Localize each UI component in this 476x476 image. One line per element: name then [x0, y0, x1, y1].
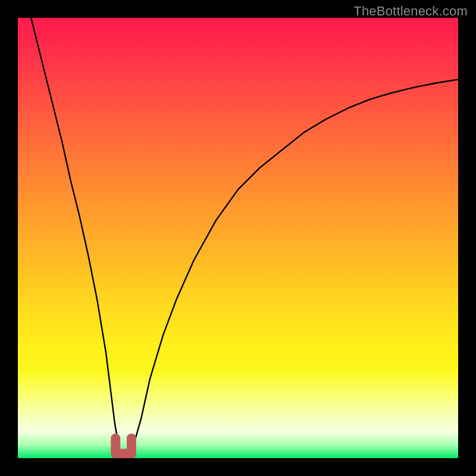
bottleneck-curve-path [31, 18, 458, 458]
chart-svg [18, 18, 458, 458]
chart-frame: TheBottleneck.com [0, 0, 476, 476]
minimum-marker-path [115, 439, 131, 454]
plot-area [18, 18, 458, 458]
watermark-text: TheBottleneck.com [353, 4, 468, 19]
